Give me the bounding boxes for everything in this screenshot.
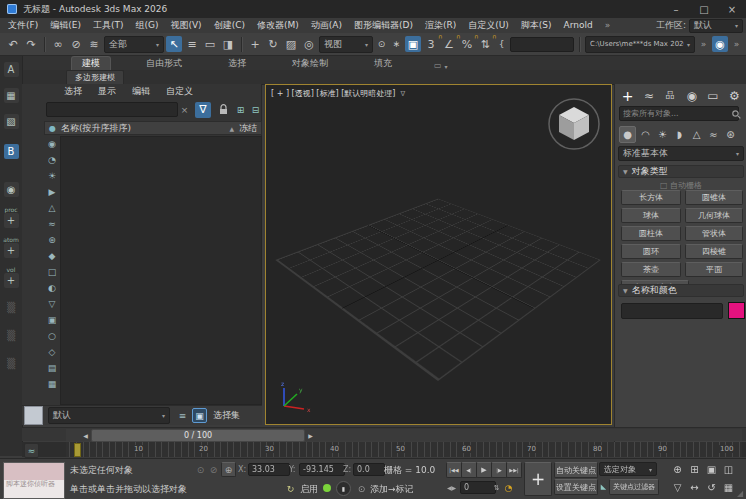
zoom-extents-icon[interactable]: ▣ <box>704 462 719 477</box>
menu-item-edit[interactable]: 编辑(E) <box>44 18 87 33</box>
bind-to-spacewarp-icon[interactable]: ≋ <box>86 36 102 52</box>
edit-named-selections-icon[interactable]: ≡ <box>176 409 189 422</box>
menu-item-arnold[interactable]: Arnold <box>558 18 599 33</box>
object-type-rollout[interactable]: ▼ 对象类型 <box>618 165 744 178</box>
create-cone-button[interactable]: 圆锥体 <box>685 190 743 205</box>
cameras-category-icon[interactable]: ◗ <box>672 127 687 142</box>
selection-preset-dropdown[interactable]: 默认 ▾ <box>48 407 170 424</box>
select-and-move-icon[interactable]: + <box>247 36 263 52</box>
left-tool-proc-icon[interactable]: proc+ <box>3 206 19 228</box>
explorer-menu-customize[interactable]: 自定义 <box>166 85 193 98</box>
window-crossing-icon[interactable]: ◨ <box>220 36 236 52</box>
pan-icon[interactable]: ↔ <box>687 480 702 495</box>
spinner-snap-icon[interactable]: ⇅∪ <box>477 36 493 52</box>
autobackup-pause-button[interactable]: ▮ <box>336 481 351 496</box>
display-toggle-icon[interactable]: ▽ <box>46 297 59 310</box>
next-key-icon[interactable]: |▶ <box>491 462 507 478</box>
z-coordinate-field[interactable] <box>353 463 385 476</box>
maxscript-mini-listener[interactable]: 脚本迷你侦听器 <box>3 462 65 499</box>
listener-pane[interactable]: 脚本迷你侦听器 <box>4 480 64 498</box>
isolate-selection-icon[interactable]: ⊙ <box>194 463 207 476</box>
helpers-category-icon[interactable]: △ <box>689 127 704 142</box>
track-bar-ruler[interactable]: 10 20 30 40 50 60 70 80 90 100 <box>66 442 742 457</box>
time-slider-thumb[interactable]: ◀ 0 / 100 ▶ <box>80 429 316 442</box>
frozen-column-header[interactable]: 冻结 <box>239 122 257 135</box>
lock-icon[interactable] <box>217 103 230 116</box>
menu-item-tools[interactable]: 工具(T) <box>87 18 130 33</box>
display-toggle-icon[interactable]: ▦ <box>46 377 59 390</box>
display-toggle-icon[interactable]: ☀ <box>46 169 59 182</box>
display-toggle-icon[interactable]: ≈ <box>46 217 59 230</box>
toolbar-overflow-icon[interactable]: » <box>697 38 710 51</box>
selection-filter-dropdown[interactable]: 全部 ▾ <box>104 36 164 53</box>
ribbon-collapse-icon[interactable]: ▭ <box>434 61 442 70</box>
ribbon-tab-modeling[interactable]: 建模 <box>72 57 110 70</box>
search-all-objects-input[interactable] <box>619 106 739 121</box>
menu-item-scripting[interactable]: 脚本(S) <box>515 18 558 33</box>
display-toggle-icon[interactable]: ○ <box>46 329 59 342</box>
autogrid-checkbox[interactable]: □ <box>660 181 668 190</box>
menu-item-create[interactable]: 创建(C) <box>208 18 251 33</box>
visibility-column-icon[interactable]: ● <box>49 124 56 133</box>
key-mode-icon[interactable]: ◀▶ <box>445 481 458 494</box>
render-setup-icon[interactable]: ◉ <box>712 36 728 52</box>
autobackup-icon[interactable]: ↻ <box>284 482 297 495</box>
menu-item-modifiers[interactable]: 修改器(M) <box>251 18 305 33</box>
left-tool-vol-icon[interactable]: vol+ <box>3 266 19 288</box>
rectangular-selection-region-icon[interactable]: ▭ <box>202 36 218 52</box>
create-teapot-button[interactable]: 茶壶 <box>621 262 681 277</box>
previous-key-icon[interactable]: ◀| <box>461 462 477 478</box>
select-by-name-icon[interactable]: ≡ <box>184 36 200 52</box>
next-frame-icon[interactable]: ▶ <box>305 430 316 441</box>
use-pivot-center-icon[interactable]: ⊙ <box>375 38 388 51</box>
left-tool-person-icon[interactable]: ◉ <box>3 182 19 197</box>
orbit-icon[interactable]: ↺ <box>704 480 719 495</box>
time-tag-icon[interactable]: ⊙ <box>355 482 368 495</box>
display-toggle-icon[interactable]: ▣ <box>46 313 59 326</box>
resize-grip-icon[interactable]: ◢ <box>737 489 743 498</box>
zoom-extents-all-icon[interactable]: ◫ <box>721 462 736 477</box>
lights-category-icon[interactable]: ☀ <box>655 127 670 142</box>
axis-constraint-icon[interactable] <box>24 406 43 425</box>
expand-all-icon[interactable]: ⊞ <box>234 103 247 116</box>
display-toggle-icon[interactable]: △ <box>46 201 59 214</box>
display-toggle-icon[interactable]: ▤ <box>46 361 59 374</box>
shapes-category-icon[interactable]: ◠ <box>638 127 653 142</box>
select-and-scale-icon[interactable]: ▨ <box>283 36 299 52</box>
left-tool-a-icon[interactable]: A <box>3 62 19 77</box>
selection-lock-icon[interactable]: ⊘ <box>207 463 220 476</box>
toolbar-overflow-icon[interactable]: » <box>730 38 743 51</box>
motion-tab-icon[interactable]: ◉ <box>683 87 700 104</box>
ribbon-tab-freeform[interactable]: 自由形式 <box>136 57 192 70</box>
create-pyramid-button[interactable]: 四棱锥 <box>685 244 743 259</box>
time-configuration-icon[interactable]: ◔ <box>502 481 515 494</box>
angle-snap-icon[interactable]: ∠∪ <box>441 36 457 52</box>
go-to-end-icon[interactable]: ▶▶| <box>506 462 522 478</box>
select-and-manipulate-icon[interactable]: ∗ <box>390 38 403 51</box>
select-object-icon[interactable]: ↖ <box>166 36 182 52</box>
key-filters-button[interactable]: 关键点过滤器 <box>609 479 659 495</box>
create-geosphere-button[interactable]: 几何球体 <box>685 208 743 223</box>
named-selection-input[interactable] <box>510 37 574 52</box>
select-and-rotate-icon[interactable]: ↻ <box>265 36 281 52</box>
maximize-button[interactable]: □ <box>690 0 718 18</box>
object-name-input[interactable] <box>621 303 723 319</box>
close-button[interactable]: × <box>718 0 746 18</box>
select-and-link-icon[interactable]: ∞ <box>50 36 66 52</box>
left-tool-window2-icon[interactable]: ▧ <box>3 114 19 129</box>
chevron-down-icon[interactable]: ▾ <box>445 63 448 70</box>
display-toggle-icon[interactable]: ◉ <box>46 137 59 150</box>
create-cylinder-button[interactable]: 圆柱体 <box>621 226 681 241</box>
reference-coordinate-dropdown[interactable]: 视图 ▾ <box>319 36 373 53</box>
modify-tab-icon[interactable]: ≈ <box>640 87 657 104</box>
display-toggle-icon[interactable]: ◔ <box>46 153 59 166</box>
explorer-search-input[interactable] <box>46 102 178 117</box>
named-selection-sets-icon[interactable]: { <box>495 38 508 51</box>
unlink-selection-icon[interactable]: ⊘ <box>68 36 84 52</box>
display-toggle-icon[interactable]: ◆ <box>46 249 59 262</box>
time-slider-track[interactable]: ◀ 0 / 100 ▶ <box>66 429 742 441</box>
redo-icon[interactable]: ↷ <box>23 36 39 52</box>
left-tool-window1-icon[interactable]: ▦ <box>3 88 19 103</box>
key-selected-dropdown[interactable]: 选定对象 ▾ <box>599 462 657 476</box>
menu-item-views[interactable]: 视图(V) <box>164 18 207 33</box>
